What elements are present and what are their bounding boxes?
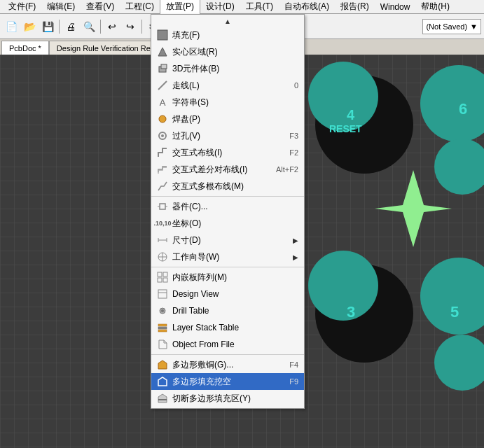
menu-autoroute[interactable]: 自动布线(A) — [279, 0, 335, 14]
menu-help[interactable]: 帮助(H) — [415, 0, 455, 14]
menu-fill-label: 填充(F) — [172, 29, 200, 41]
via-icon — [155, 129, 170, 143]
menu-poly-cutout-label: 多边形填充挖空 — [172, 376, 231, 388]
comp-icon — [155, 200, 170, 214]
not-saved-indicator: (Not Saved) ▼ — [422, 19, 481, 34]
menu-route-label: 走线(L) — [172, 80, 200, 92]
menu-window[interactable]: Window — [375, 1, 416, 13]
menu-sep3 — [151, 354, 304, 355]
menu-via-label: 过孔(V) — [172, 130, 200, 142]
toolbar-save[interactable]: 💾 — [39, 18, 56, 35]
drill-icon — [155, 304, 170, 318]
menu-file[interactable]: 文件(F) — [3, 0, 41, 14]
menu-guide[interactable]: 工作向导(W) ▶ — [151, 248, 304, 265]
toolbar-open[interactable]: 📂 — [21, 18, 38, 35]
toolbar-sep1 — [59, 20, 60, 34]
menu-poly-cutout-shortcut: F9 — [289, 377, 298, 386]
menu-reports[interactable]: 报告(R) — [335, 0, 375, 14]
menu-solid-region[interactable]: 实心区域(R) — [151, 43, 304, 60]
menu-poly-label: 多边形敷铜(G)... — [172, 359, 233, 371]
menu-dv-label: Design View — [172, 289, 219, 299]
tab-pcb-label: PcbDoc * — [9, 44, 41, 52]
menu-design-view[interactable]: Design View — [151, 286, 304, 302]
svg-rect-4 — [161, 64, 167, 69]
svg-rect-28 — [158, 330, 167, 332]
poly-cutout-icon — [155, 374, 170, 388]
menu-polygon-pour[interactable]: 多边形敷铜(G)... F4 — [151, 356, 304, 373]
menu-design[interactable]: 设计(D) — [200, 0, 240, 14]
menu-edit[interactable]: 编辑(E) — [41, 0, 81, 14]
menu-iroute-shortcut: F2 — [289, 148, 298, 157]
toolbar-sep2 — [100, 20, 101, 34]
menu-component[interactable]: 器件(C)... — [151, 198, 304, 215]
menu-iroute-label: 交互式布线(I) — [172, 147, 222, 159]
svg-marker-2 — [158, 48, 167, 56]
toolbar-print[interactable]: 🖨 — [62, 18, 79, 35]
menu-poly-cut-label: 切断多边形填充区(Y) — [172, 393, 251, 405]
menu-dimension[interactable]: 尺寸(D) ▶ — [151, 232, 304, 248]
label-3: 3 — [347, 303, 355, 321]
circle-teal-6 — [434, 335, 484, 391]
file-obj-icon — [155, 337, 170, 351]
svg-marker-0 — [375, 170, 452, 247]
iroute-icon — [155, 146, 170, 160]
menu-place[interactable]: 放置(P) — [160, 0, 200, 15]
layer-icon — [155, 321, 170, 335]
menu-polygon-cutout[interactable]: 多边形填充挖空 F9 — [151, 373, 304, 390]
menu-polygon-cut[interactable]: 切断多边形填充区(Y) — [151, 390, 304, 407]
menu-array-label: 内嵌板阵列(M) — [172, 272, 227, 284]
not-saved-label: (Not Saved) — [426, 22, 467, 31]
menu-multi-route[interactable]: 交互式多根布线(M) — [151, 178, 304, 195]
menu-iroute[interactable]: 交互式布线(I) F2 — [151, 144, 304, 161]
toolbar-zoom-fit[interactable]: 🔍 — [81, 18, 97, 35]
place-dropdown-menu: ▲ 填充(F) 实心区域(R) 3D元件体(B) 走线(L) 0 A 字符串(S… — [151, 14, 305, 409]
circle-teal-4 — [308, 251, 378, 321]
menu-diff-route[interactable]: 交互式差分对布线(I) Alt+F2 — [151, 161, 304, 178]
toolbar-new[interactable]: 📄 — [3, 18, 20, 35]
svg-marker-29 — [158, 360, 167, 369]
svg-rect-19 — [163, 272, 167, 276]
menu-view[interactable]: 查看(V) — [81, 0, 120, 14]
svg-rect-20 — [158, 278, 162, 282]
toolbar-undo[interactable]: ↩ — [104, 18, 120, 35]
menu-3d-label: 3D元件体(B) — [172, 63, 219, 75]
tab-pcb[interactable]: PcbDoc * — [1, 41, 49, 55]
menu-route[interactable]: 走线(L) 0 — [151, 77, 304, 94]
label-reset: RESET — [329, 123, 362, 134]
tab-drv[interactable]: Design Rule Verification Re... — [49, 41, 165, 55]
menu-string[interactable]: A 字符串(S) — [151, 94, 304, 111]
poly-icon — [155, 358, 170, 372]
menu-coord[interactable]: .10,10 坐标(O) — [151, 215, 304, 232]
svg-rect-18 — [158, 272, 162, 276]
toolbar-sep3 — [141, 20, 142, 34]
menu-pad-label: 焊盘(P) — [172, 113, 200, 125]
menu-coord-label: 坐标(O) — [172, 218, 201, 230]
menu-layer-stack[interactable]: Layer Stack Table — [151, 319, 304, 336]
svg-point-8 — [161, 134, 164, 137]
menu-via[interactable]: 过孔(V) F3 — [151, 127, 304, 144]
string-icon: A — [155, 95, 170, 109]
menu-embedded-array[interactable]: 内嵌板阵列(M) — [151, 269, 304, 286]
label-6: 6 — [459, 100, 467, 118]
menu-project[interactable]: 工程(C) — [120, 0, 160, 14]
solid-region-icon — [155, 45, 170, 59]
multi-icon — [155, 179, 170, 193]
menu-sep2 — [151, 267, 304, 267]
toolbar-redo[interactable]: ↪ — [122, 18, 139, 35]
menu-diff-label: 交互式差分对布线(I) — [172, 164, 247, 176]
menu-object-from-file[interactable]: Object From File — [151, 336, 304, 353]
menu-pad[interactable]: 焊盘(P) — [151, 111, 304, 127]
circle-teal-1 — [308, 62, 378, 132]
menu-string-label: 字符串(S) — [172, 97, 209, 108]
menu-3d-body[interactable]: 3D元件体(B) — [151, 60, 304, 77]
menu-tools[interactable]: 工具(T) — [240, 0, 279, 14]
dim-icon — [155, 233, 170, 247]
not-saved-dropdown[interactable]: ▼ — [470, 22, 478, 31]
menu-fill[interactable]: 填充(F) — [151, 27, 304, 43]
svg-rect-9 — [160, 204, 165, 209]
menu-solid-region-label: 实心区域(R) — [172, 46, 218, 58]
star-shape — [371, 167, 455, 251]
menu-dim-label: 尺寸(D) — [172, 234, 201, 246]
svg-marker-31 — [158, 394, 167, 402]
menu-drill-table[interactable]: Drill Table — [151, 302, 304, 319]
